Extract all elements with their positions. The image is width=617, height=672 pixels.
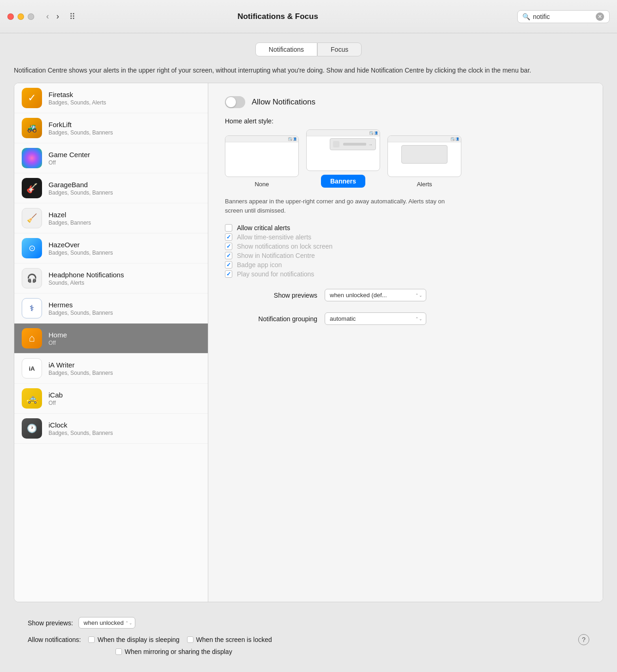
- help-button[interactable]: ?: [578, 634, 589, 645]
- checkbox-critical: Allow critical alerts: [225, 224, 586, 232]
- bottom-dropdown-wrap: when unlocked always never: [79, 617, 135, 629]
- list-item[interactable]: 🧹 Hazel Badges, Banners: [14, 203, 208, 233]
- alert-dialog-preview: [401, 145, 448, 164]
- checkbox-lockscreen: ✓ Show notifications on lock screen: [225, 243, 586, 250]
- banner-description: Banners appear in the upper-right corner…: [225, 197, 456, 215]
- none-label: None: [254, 181, 269, 188]
- lockscreen-checkbox[interactable]: ✓: [225, 243, 232, 250]
- app-name: iCab: [48, 391, 63, 399]
- tab-notifications[interactable]: Notifications: [255, 43, 317, 56]
- minimize-button[interactable]: [18, 13, 24, 20]
- app-name: Game Center: [48, 151, 90, 159]
- sound-checkbox[interactable]: ✓: [225, 270, 232, 278]
- timesensitive-checkbox[interactable]: ✓: [225, 233, 232, 241]
- app-list: ✓ Firetask Badges, Sounds, Alerts 🚜 Fork…: [14, 83, 208, 602]
- list-item[interactable]: 🕐 iClock Badges, Sounds, Banners: [14, 414, 208, 444]
- bottom-show-previews-dropdown[interactable]: when unlocked always never: [79, 617, 135, 629]
- allow-when-sleeping-checkbox[interactable]: [88, 636, 95, 643]
- list-item[interactable]: iA iA Writer Badges, Sounds, Banners: [14, 354, 208, 384]
- bottom-show-previews: Show previews: when unlocked always neve…: [28, 617, 589, 629]
- app-icon-iawriter: iA: [22, 358, 42, 379]
- allow-notifications-bottom-label: Allow notifications:: [28, 636, 81, 643]
- allow-when-mirroring-item: When mirroring or sharing the display: [115, 648, 232, 655]
- badge-label: Badge app icon: [237, 261, 282, 269]
- checkbox-notifcenter: ✓ Show in Notification Centre: [225, 252, 586, 259]
- allow-notifications-toggle[interactable]: [225, 96, 245, 108]
- notification-grouping-dropdown-wrap: automatic by app off: [325, 312, 426, 325]
- notification-grouping-row: Notification grouping automatic by app o…: [225, 312, 586, 325]
- show-previews-row: Show previews when unlocked (def... alwa…: [225, 289, 586, 301]
- list-item[interactable]: ⚕ Hermes Badges, Sounds, Banners: [14, 293, 208, 324]
- alert-style-none[interactable]: 🔍 👤 None: [225, 135, 299, 188]
- banners-button[interactable]: Banners: [321, 175, 365, 188]
- critical-alerts-checkbox[interactable]: [225, 224, 232, 232]
- list-item[interactable]: Game Center Off: [14, 143, 208, 173]
- search-input[interactable]: [533, 13, 593, 20]
- allow-notifications-label: Allow Notifications: [252, 98, 315, 107]
- alert-topbar: 🔍 👤: [225, 136, 298, 142]
- app-name: Headphone Notifications: [48, 271, 124, 279]
- alert-topbar: 🔍 👤: [307, 130, 380, 136]
- allow-when-locked-item: When the screen is locked: [187, 636, 272, 643]
- app-icon-garageband: 🎸: [22, 178, 42, 198]
- allow-when-mirroring-checkbox[interactable]: [115, 648, 122, 655]
- settings-panel: Allow Notifications Home alert style: 🔍 …: [208, 83, 603, 602]
- panel: ✓ Firetask Badges, Sounds, Alerts 🚜 Fork…: [14, 83, 603, 602]
- list-item[interactable]: 🚕 iCab Off: [14, 384, 208, 414]
- preview-icon: 👤: [293, 137, 296, 141]
- alert-style-alerts[interactable]: 🔍 👤 Alerts: [387, 135, 461, 188]
- app-icon-icab: 🚕: [22, 388, 42, 409]
- badge-checkbox[interactable]: ✓: [225, 261, 232, 269]
- app-sub: Badges, Sounds, Banners: [48, 250, 113, 256]
- allow-when-sleeping-label: When the display is sleeping: [97, 636, 179, 643]
- checkmark-icon: ✓: [226, 271, 231, 277]
- banner-arrow-icon: →: [368, 142, 373, 147]
- allow-when-locked-checkbox[interactable]: [187, 636, 194, 643]
- app-icon-gamecenter: [22, 148, 42, 168]
- notification-grouping-dropdown[interactable]: automatic by app off: [325, 312, 426, 325]
- tab-bar: Notifications Focus: [14, 43, 603, 56]
- preview-icon: 🔍: [451, 137, 454, 141]
- app-sub: Badges, Sounds, Alerts: [48, 99, 106, 106]
- alert-topbar: 🔍 👤: [388, 136, 461, 142]
- app-sub: Off: [48, 159, 90, 166]
- checkmark-icon: ✓: [226, 243, 231, 250]
- list-item[interactable]: ✓ Firetask Badges, Sounds, Alerts: [14, 83, 208, 113]
- app-sub: Sounds, Alerts: [48, 280, 124, 286]
- show-previews-dropdown[interactable]: when unlocked (def... always never: [325, 289, 426, 301]
- search-icon: 🔍: [522, 13, 530, 20]
- app-name: Hazel: [48, 211, 91, 219]
- list-item[interactable]: 🚜 ForkLift Badges, Sounds, Banners: [14, 113, 208, 143]
- preview-icon: 👤: [374, 131, 378, 135]
- lockscreen-label: Show notifications on lock screen: [237, 243, 333, 250]
- close-button[interactable]: [7, 13, 14, 20]
- show-previews-label: Show previews: [225, 292, 317, 299]
- app-name: iClock: [48, 421, 113, 429]
- checkboxes-section: Allow critical alerts ✓ Allow time-sensi…: [225, 224, 586, 280]
- checkbox-badge: ✓ Badge app icon: [225, 261, 586, 269]
- list-item[interactable]: 🎧 Headphone Notifications Sounds, Alerts: [14, 263, 208, 293]
- checkbox-sound: ✓ Play sound for notifications: [225, 270, 586, 278]
- app-sub: Badges, Sounds, Banners: [48, 189, 113, 196]
- allow-when-mirroring-row: When mirroring or sharing the display: [115, 648, 589, 655]
- checkmark-icon: ✓: [226, 252, 231, 259]
- list-item-home[interactable]: ⌂ Home Off: [14, 324, 208, 354]
- bottom-area: Show previews: when unlocked always neve…: [14, 610, 603, 663]
- notifcenter-checkbox[interactable]: ✓: [225, 252, 232, 259]
- list-item[interactable]: 🎸 GarageBand Badges, Sounds, Banners: [14, 173, 208, 203]
- app-icon-forklift: 🚜: [22, 118, 42, 138]
- alert-styles: 🔍 👤 None 🔍 👤: [225, 129, 586, 188]
- tab-focus[interactable]: Focus: [317, 43, 362, 56]
- alert-style-banners[interactable]: 🔍 👤 → Banners: [306, 129, 380, 188]
- search-clear-button[interactable]: ✕: [596, 12, 604, 21]
- allow-when-sleeping-item: When the display is sleeping: [88, 636, 179, 643]
- maximize-button[interactable]: [28, 13, 34, 20]
- list-item[interactable]: ⊙ HazeOver Badges, Sounds, Banners: [14, 233, 208, 263]
- allow-when-mirroring-label: When mirroring or sharing the display: [125, 648, 232, 655]
- checkmark-icon: ✓: [226, 262, 231, 268]
- alerts-label: Alerts: [417, 181, 432, 188]
- app-icon-hazel: 🧹: [22, 208, 42, 228]
- preview-icon: 🔍: [288, 137, 292, 141]
- app-name: ForkLift: [48, 121, 113, 128]
- app-sub: Badges, Sounds, Banners: [48, 310, 113, 316]
